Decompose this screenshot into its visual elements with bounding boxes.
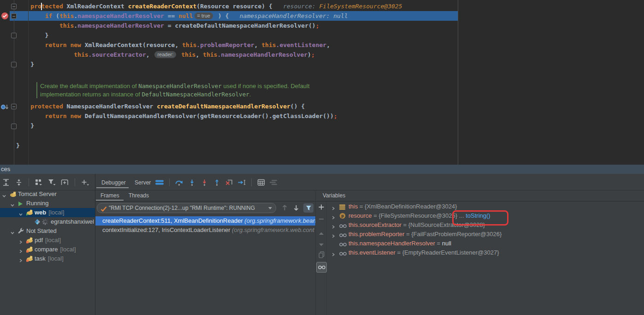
variable-row[interactable]: this.sourceExtractor = {NullSourceExtrac…: [327, 220, 644, 230]
code-line[interactable]: }: [16, 30, 48, 40]
code-line[interactable]: }: [16, 141, 20, 150]
code-editor[interactable]: ––– protected XmlReaderContext createRea…: [0, 0, 644, 165]
thread-selector-dropdown[interactable]: "RMI TCP Connection(2)-12...up "RMI Runt…: [97, 203, 276, 213]
add-icon[interactable]: [81, 178, 89, 187]
code-line[interactable]: }: [16, 59, 34, 69]
javadoc-comment: Create the default implementation of Nam…: [36, 82, 310, 98]
text-caret: [41, 3, 42, 10]
tree-item-web[interactable]: web[local]: [0, 208, 95, 217]
expand-all-icon[interactable]: [2, 178, 10, 187]
tree-item-compare[interactable]: compare[local]: [0, 245, 95, 254]
code-token: this: [59, 12, 74, 19]
show-watches-icon[interactable]: [316, 262, 327, 273]
code-line[interactable]: if (this.namespaceHandlerResolver == nul…: [16, 11, 348, 21]
drop-frame-icon[interactable]: [225, 178, 233, 187]
group-by-icon[interactable]: [35, 178, 43, 187]
chevron-right-icon[interactable]: [331, 250, 336, 260]
chevron-down-icon[interactable]: [10, 201, 15, 208]
tab-debugger[interactable]: Debugger: [101, 179, 126, 186]
equals-sign: =: [402, 221, 408, 228]
code-token: FileSystemResource@3025: [319, 3, 402, 10]
tree-item-pdf[interactable]: pdf[local]: [0, 236, 95, 245]
add-watch-icon[interactable]: [316, 204, 326, 212]
add-application-server-icon[interactable]: [60, 178, 69, 187]
variable-row[interactable]: this = {XmlBeanDefinitionReader@3024}: [327, 202, 644, 211]
stack-frame-row[interactable]: createReaderContext:511, XmlBeanDefiniti…: [95, 216, 315, 226]
code-token: .namespaceHandlerResolver: [217, 51, 307, 58]
chevron-right-icon[interactable]: [18, 256, 23, 263]
fold-end-icon[interactable]: [11, 62, 17, 67]
evaluate-expression-icon[interactable]: [257, 178, 265, 187]
fold-end-icon[interactable]: [11, 124, 17, 129]
duplicate-icon[interactable]: [316, 251, 326, 260]
tree-item-task[interactable]: task[local]: [0, 254, 95, 263]
variable-name: resource: [349, 212, 372, 219]
previous-frame-icon[interactable]: [282, 204, 288, 213]
filter-icon[interactable]: [47, 178, 56, 187]
next-frame-icon[interactable]: [293, 204, 299, 213]
toolbar-separator: [169, 178, 170, 186]
tab-threads[interactable]: Threads: [129, 192, 149, 199]
tree-item-tomcat-server[interactable]: Tomcat Server: [0, 190, 95, 199]
chevron-right-icon[interactable]: [18, 238, 23, 245]
hide-frames-filter-icon[interactable]: [303, 203, 313, 213]
collapse-all-icon[interactable]: [15, 178, 23, 187]
step-into-icon[interactable]: [188, 178, 196, 187]
run-to-cursor-icon[interactable]: [237, 178, 246, 187]
force-step-into-icon[interactable]: [200, 178, 208, 187]
move-down-icon[interactable]: [316, 240, 326, 249]
variable-text: resource = {FileSystemResource@3025} ...…: [349, 211, 490, 220]
tab-frames[interactable]: Frames: [100, 192, 119, 199]
move-up-icon[interactable]: [316, 229, 326, 237]
fold-collapse-icon[interactable]: –: [11, 4, 17, 9]
code-line[interactable]: this.sourceExtractor, reader: this, this…: [16, 50, 315, 59]
code-token: .sourceExtractor: [89, 51, 146, 58]
panel-divider-frames[interactable]: [315, 190, 316, 315]
fold-collapse-icon[interactable]: –: [11, 104, 17, 109]
code-line[interactable]: protected NamespaceHandlerResolver creat…: [16, 101, 305, 111]
breakpoint-icon[interactable]: [1, 12, 8, 19]
chevron-down-icon[interactable]: [10, 229, 15, 236]
variable-text: this.eventListener = {EmptyReaderEventLi…: [349, 248, 499, 257]
stack-frame-row[interactable]: contextInitialized:127, IrisContextLoade…: [95, 226, 315, 235]
fold-collapse-icon[interactable]: –: [11, 13, 17, 19]
tree-item-egrantshanxiwel[interactable]: egrantshanxiwel: [0, 217, 95, 226]
code-line[interactable]: return new DefaultNamespaceHandlerResolv…: [16, 111, 337, 121]
tree-item-not-started[interactable]: Not Started: [0, 226, 95, 236]
tree-item-running[interactable]: Running: [0, 199, 95, 208]
code-line[interactable]: return new XmlReaderContext(resource, th…: [16, 40, 330, 50]
overridden-method-icon[interactable]: [0, 104, 9, 112]
thread-selector-value: "RMI TCP Connection(2)-12...up "RMI Runt…: [109, 205, 255, 211]
chevron-right-icon[interactable]: [18, 247, 23, 254]
remove-watch-icon[interactable]: [316, 216, 326, 224]
tab-server[interactable]: Server: [135, 179, 151, 186]
code-token: .eventListener: [276, 42, 327, 48]
code-token: return new: [16, 113, 85, 119]
variable-row[interactable]: this.namespaceHandlerResolver = null: [327, 239, 644, 248]
doc-token: implementation returns an instance of: [40, 91, 142, 98]
variable-row[interactable]: this.eventListener = {EmptyReaderEventLi…: [327, 248, 644, 257]
code-line[interactable]: this.namespaceHandlerResolver = createDe…: [16, 21, 319, 30]
services-toolbar: [2, 177, 89, 187]
doc-token: DefaultNamespaceHandlerResolver: [142, 91, 249, 98]
variable-row[interactable]: presource = {FileSystemResource@3025} ..…: [327, 211, 644, 220]
code-line[interactable]: protected XmlReaderContext createReaderC…: [16, 1, 402, 11]
step-out-icon[interactable]: [213, 178, 221, 187]
fold-end-icon[interactable]: [11, 33, 17, 38]
variable-row[interactable]: this.problemReporter = {FailFastProblemR…: [327, 230, 644, 239]
variable-name: this.eventListener: [349, 249, 396, 256]
services-toolwindow-header[interactable]: ces: [0, 165, 644, 174]
tree-item-label: Running: [26, 199, 48, 208]
running-icon: [18, 200, 23, 208]
code-line[interactable]: }: [16, 121, 34, 131]
layout-settings-icon[interactable]: [269, 178, 278, 187]
doc-token: NamespaceHandlerResolver: [138, 83, 222, 89]
resume-icon[interactable]: [155, 178, 164, 187]
code-token: XmlReaderContext(resource,: [85, 42, 182, 48]
step-over-icon[interactable]: [175, 178, 183, 187]
frame-location: createReaderContext:511, XmlBeanDefiniti…: [102, 217, 244, 224]
chevron-down-icon[interactable]: [2, 192, 6, 199]
tostring-link[interactable]: toString(): [466, 212, 490, 219]
panel-divider-left[interactable]: [95, 174, 95, 315]
chevron-down-icon[interactable]: [18, 210, 23, 217]
